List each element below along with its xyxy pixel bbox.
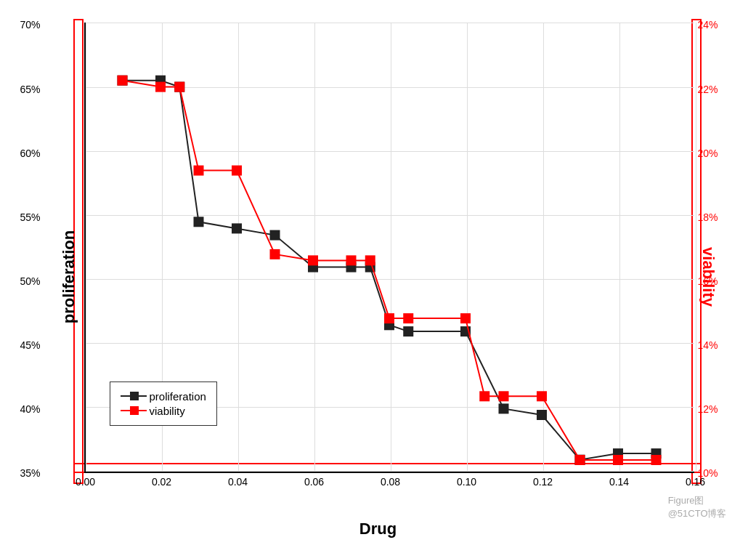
x-tick-004: 0.04 bbox=[228, 476, 248, 488]
v-marker-15 bbox=[537, 391, 547, 401]
v-marker-8 bbox=[346, 255, 356, 265]
legend-viability: viability bbox=[121, 405, 206, 417]
x-tick-0: 0.00 bbox=[76, 476, 95, 488]
svg-rect-3 bbox=[130, 406, 139, 415]
y-left-tick-40: 40% bbox=[20, 403, 40, 415]
y-right-tick-16: 16% bbox=[698, 275, 718, 287]
y-left-tick-45: 45% bbox=[20, 339, 40, 351]
y-left-label: proliferation bbox=[60, 230, 78, 323]
v-marker-2 bbox=[155, 81, 166, 92]
y-right-tick-24: 24% bbox=[698, 19, 718, 31]
p-marker-6 bbox=[269, 230, 280, 240]
x-tick-008: 0.08 bbox=[381, 476, 400, 488]
y-right-tick-18: 18% bbox=[698, 211, 718, 223]
y-left-tick-65: 65% bbox=[20, 84, 40, 95]
legend-viability-label: viability bbox=[150, 405, 185, 417]
watermark-line2: @51CTO博客 bbox=[668, 507, 727, 520]
legend-viability-icon bbox=[121, 405, 147, 416]
v-marker-16 bbox=[574, 455, 585, 465]
x-tick-012: 0.12 bbox=[533, 476, 553, 488]
p-marker-5 bbox=[232, 223, 242, 233]
y-left-tick-55: 55% bbox=[20, 211, 40, 223]
x-tick-010: 0.10 bbox=[457, 476, 476, 488]
v-marker-13 bbox=[479, 391, 489, 401]
x-axis-label: Drug bbox=[359, 520, 397, 538]
y-right-tick-12: 12% bbox=[698, 403, 718, 415]
v-marker-14 bbox=[498, 391, 508, 401]
y-right-tick-22: 22% bbox=[698, 84, 718, 95]
p-marker-11 bbox=[403, 326, 413, 336]
chart-container: proliferation viability 70% 65% 60% 55% … bbox=[15, 12, 741, 542]
x-tick-002: 0.02 bbox=[152, 476, 171, 488]
y-left-tick-60: 60% bbox=[20, 148, 40, 159]
svg-rect-1 bbox=[130, 392, 139, 400]
v-marker-7 bbox=[308, 255, 318, 265]
grid-v-016 bbox=[696, 23, 696, 472]
watermark-line1: Figure图 bbox=[668, 494, 727, 507]
x-tick-014: 0.14 bbox=[609, 476, 629, 488]
y-left-tick-35: 35% bbox=[20, 467, 40, 479]
v-marker-10 bbox=[384, 313, 394, 323]
v-marker-1 bbox=[117, 75, 127, 85]
y-right-tick-20: 20% bbox=[698, 148, 718, 159]
v-marker-9 bbox=[365, 255, 375, 265]
p-marker-4 bbox=[193, 217, 203, 227]
v-marker-12 bbox=[460, 313, 471, 323]
v-marker-4 bbox=[193, 165, 203, 175]
y-left-tick-50: 50% bbox=[20, 275, 40, 287]
v-marker-11 bbox=[403, 313, 413, 323]
legend-proliferation-icon bbox=[121, 391, 147, 401]
y-right-tick-14: 14% bbox=[698, 339, 718, 351]
legend-proliferation-label: proliferation bbox=[150, 390, 206, 403]
v-marker-5 bbox=[232, 165, 242, 175]
y-left-tick-70: 70% bbox=[20, 19, 40, 31]
x-tick-006: 0.06 bbox=[304, 476, 324, 488]
v-marker-6 bbox=[269, 249, 280, 259]
v-marker-3 bbox=[174, 81, 184, 92]
legend-proliferation: proliferation bbox=[121, 390, 206, 403]
legend: proliferation viability bbox=[110, 382, 217, 426]
v-marker-17 bbox=[613, 455, 623, 465]
p-marker-13 bbox=[498, 403, 508, 413]
x-tick-016: 0.16 bbox=[686, 476, 705, 488]
v-marker-18 bbox=[651, 455, 661, 465]
watermark: Figure图 @51CTO博客 bbox=[668, 494, 727, 520]
p-marker-14 bbox=[537, 410, 547, 420]
